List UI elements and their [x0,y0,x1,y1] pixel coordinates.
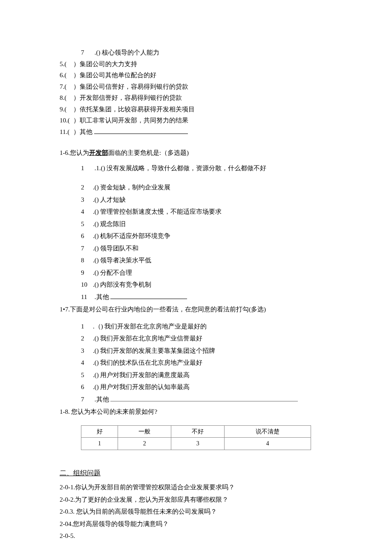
option-item: 2.() 我们开发部在北京房地产业信誉最好 [81,333,332,344]
table-header-cell: 好 [81,425,118,438]
question-text: 2-04.您对高层领导的领导能力满意吗？ [60,519,332,530]
q1-6-options: 1 .1.() 没有发展战略，导致什么都做，资源分散，什么都做不好 2.() 资… [60,163,332,303]
option-item: 4.() 我们的技术队伍在北京房地产业最好 [81,357,332,369]
q1-8-answer-table: 好 一般 不好 说不清楚 1 2 3 4 [81,425,311,450]
table-value-cell[interactable]: 1 [81,438,118,450]
option-item: 6.() 机制不适应外部环境竞争 [81,231,332,242]
option-item: 6.( ）集团公司其他单位配合的好 [60,70,332,81]
option-item: 10.() 内部没有竞争机制 [81,279,332,291]
fill-blank[interactable] [94,128,188,134]
option-item: 3.() 我们开发部的发展主要靠某集团这个招牌 [81,346,332,357]
option-item: 4.() 管理管控创新速度太慢，不能适应市场要求 [81,206,332,218]
table-header-cell: 一般 [118,425,171,438]
table-value-cell[interactable]: 2 [118,438,171,450]
q1-8-title: 1-8. 您认为本公司的未来前景如何? [60,407,332,418]
option-item: 6.() 用户对我们开发部的认知率最高 [81,382,332,393]
question-text: 2-0-5. [60,531,332,542]
question-text: 2-0.3. 您认为目前的高层领导能胜任未来的公司发展吗？ [60,506,332,517]
option-item: 5.( ）集团公司的大力支持 [60,59,332,70]
table-row: 好 一般 不好 说不清楚 [81,425,311,438]
q1-7-title: 1•7.下面是对公司在行业内地位的一些看法，在您同意的看法前打勾(多选) [60,304,332,315]
question-text: 2-0-2.为了更好的企业发展，您认为开发部应具有哪些权限？ [60,494,332,506]
table-row: 1 2 3 4 [81,438,311,450]
option-item: 10.( ）职工非常认同开发部，共同努力的结果 [60,115,332,126]
option-item-other: 11 .其他 [81,292,332,303]
option-item: 8.() 领导者决策水平低 [81,255,332,266]
section-2-header: 二、组织问题 [60,467,332,479]
fill-blank[interactable] [110,293,187,299]
option-item: 1.（) 我们开发部在北京房地产业是最好的 [81,321,332,332]
option-item: 8.( ）开发部信誉好，容易得到银行的贷款 [60,93,332,104]
option-item: 7 .() 核心领导的个人能力 [60,47,332,58]
option-item: 3.() 人才短缺 [81,195,332,206]
option-item: 5.() 用户对我们开发部的满意度最高 [81,370,332,381]
option-item: 7.() 领导团队不和 [81,243,332,254]
fill-blank[interactable] [110,395,298,401]
q1-7-options: 1.（) 我们开发部在北京房地产业是最好的 2.() 我们开发部在北京房地产业信… [60,321,332,405]
option-item: 2.() 资金短缺，制约企业发展 [81,182,332,193]
table-value-cell[interactable]: 4 [225,438,311,450]
option-item: 7.( ）集团公司信誉好，容易得到银行的贷款 [60,81,332,93]
option-item-other: 7 .其他 [81,394,332,405]
option-item: 5.() 观念陈旧 [81,219,332,230]
section-2-items: 2-0-1.你认为开发部目前的管理管控权限适合企业发展要求吗？ 2-0-2.为了… [60,482,332,542]
option-item: 9.( ）依托某集团，比较容易获得开发相关项目 [60,104,332,115]
q1-6-title: 1-6.您认为开发部面临的主要危机是:（多选题) [60,148,332,159]
q1-5-continued: 7 .() 核心领导的个人能力 5.( ）集团公司的大力支持 6.( ）集团公司… [60,47,332,137]
question-text: 2-0-1.你认为开发部目前的管理管控权限适合企业发展要求吗？ [60,482,332,493]
table-header-cell: 说不清楚 [225,425,311,438]
table-value-cell[interactable]: 3 [171,438,225,450]
table-header-cell: 不好 [171,425,225,438]
option-item-other: 11.( ）其他 [60,127,332,138]
option-item: 9.() 分配不合理 [81,267,332,279]
option-item: 1 .1.() 没有发展战略，导致什么都做，资源分散，什么都做不好 [81,163,332,174]
